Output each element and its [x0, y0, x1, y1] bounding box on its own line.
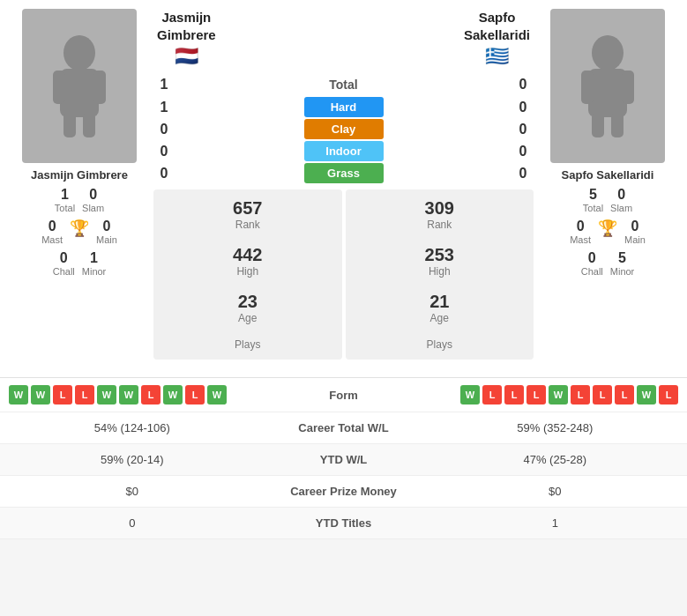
player2-card: Sapfo Sakellaridi 5 Total 0 Slam 0 Mast … — [537, 9, 678, 360]
player2-main-block: 0 Main — [624, 219, 646, 245]
p2-form-badge-3: L — [526, 385, 546, 404]
svg-rect-5 — [83, 113, 95, 137]
player2-slam-label: Slam — [610, 203, 632, 213]
p1-clay-score: 0 — [153, 122, 175, 137]
p1-age-value: 23 — [238, 292, 258, 312]
stats-row-0: 54% (124-106)Career Total W/L59% (352-24… — [0, 412, 687, 444]
player1-chall-block: 0 Chall — [53, 250, 75, 277]
form-row: WWLLWWLWLW Form WLLLWLLLWL — [0, 378, 687, 412]
svg-point-6 — [592, 35, 624, 71]
player2-slam: 0 — [617, 187, 625, 203]
p2-rank-label: Rank — [427, 219, 452, 231]
p1-age-item: 23 Age — [161, 292, 335, 324]
player2-header-name: Sapfo Sakellaridi — [464, 9, 530, 43]
p2-form-badge-8: W — [637, 385, 656, 404]
p2-form-badge-4: W — [549, 385, 568, 404]
player2-photo — [550, 9, 665, 163]
p2-plays-item: Plays — [353, 338, 527, 351]
p1-form-badge-7: W — [163, 385, 183, 404]
total-badge: Total — [304, 74, 384, 95]
player2-header: Sapfo Sakellaridi 🇬🇷 — [464, 9, 530, 68]
score-row-grass: 0 Grass 0 — [153, 163, 534, 183]
player2-stats-panel: 309 Rank 253 High 21 Age Plays — [346, 189, 534, 360]
p1-high-label: High — [236, 265, 258, 278]
p2-form-badge-2: L — [504, 385, 524, 404]
p2-high-value: 253 — [425, 245, 454, 265]
p1-rank-label: Rank — [235, 219, 260, 231]
player1-chall-label: Chall — [53, 266, 75, 277]
hard-badge: Hard — [304, 97, 384, 117]
player1-minor: 1 — [90, 250, 98, 266]
p1-form-badge-8: L — [185, 385, 205, 404]
p1-rank-value: 657 — [233, 198, 262, 219]
grass-badge: Grass — [304, 163, 384, 183]
svg-rect-4 — [63, 113, 76, 137]
p2-rank-item: 309 Rank — [353, 198, 527, 231]
player2-total: 5 — [589, 187, 597, 203]
player2-name: Sapfo Sakellaridi — [562, 168, 654, 182]
form-label: Form — [282, 389, 406, 402]
player2-trophy-block: 🏆 — [598, 219, 617, 245]
stats-row-3-label: YTD Titles — [256, 516, 432, 530]
p2-form-badge-0: W — [460, 385, 480, 404]
p2-age-label: Age — [430, 312, 449, 324]
player2-mast-label: Mast — [570, 234, 591, 245]
p2-age-value: 21 — [429, 292, 449, 312]
player2-chall: 0 — [588, 250, 596, 266]
player1-silhouette — [44, 33, 115, 139]
p1-high-item: 442 High — [161, 245, 335, 278]
player2-row2: 0 Mast 🏆 0 Main — [570, 219, 646, 245]
indoor-badge: Indoor — [304, 141, 384, 161]
stats-row-2-p1: $0 — [9, 485, 256, 498]
player2-chall-label: Chall — [581, 266, 603, 277]
player1-trophy-icon: 🏆 — [70, 219, 89, 238]
player1-flag: 🇳🇱 — [157, 45, 216, 68]
p1-form-badge-6: L — [141, 385, 161, 404]
p1-rank-item: 657 Rank — [161, 198, 335, 231]
p1-grass-score: 0 — [153, 166, 175, 182]
player1-main-block: 0 Main — [96, 219, 117, 245]
player2-main-label: Main — [624, 234, 646, 245]
p1-plays-item: Plays — [161, 338, 335, 351]
svg-rect-11 — [611, 113, 624, 137]
score-rows: 1 Total 0 1 Hard 0 0 — [153, 74, 534, 183]
svg-rect-7 — [588, 69, 627, 117]
player1-mast-block: 0 Mast — [41, 219, 63, 245]
player1-minor-label: Minor — [82, 266, 107, 277]
p2-form-badge-1: L — [482, 385, 502, 404]
p2-high-label: High — [429, 265, 451, 278]
stats-row-3-p2: 1 — [432, 516, 679, 530]
player2-trophy-icon: 🏆 — [598, 219, 617, 238]
player1-main: 0 — [102, 219, 110, 234]
score-row-clay: 0 Clay 0 — [153, 119, 534, 139]
stats-row-2-label: Career Prize Money — [256, 485, 432, 498]
player2-main: 0 — [631, 219, 638, 234]
p2-rank-value: 309 — [425, 198, 454, 219]
p2-form-badge-5: L — [571, 385, 590, 404]
p1-form-badge-3: L — [75, 385, 94, 404]
player2-minor-label: Minor — [610, 266, 635, 277]
player1-row3: 0 Chall 1 Minor — [53, 250, 107, 277]
stats-row-1-label: YTD W/L — [256, 453, 432, 466]
stats-row-2-p2: $0 — [432, 485, 679, 498]
player2-minor-block: 5 Minor — [610, 250, 635, 277]
top-section: Jasmijn Gimbrere 1 Total 0 Slam 0 Mast 🏆 — [0, 0, 687, 368]
clay-label: Clay — [178, 119, 509, 139]
player1-main-label: Main — [96, 234, 117, 245]
svg-rect-3 — [93, 71, 106, 104]
p1-age-label: Age — [238, 312, 257, 324]
player1-total-label: Total — [55, 203, 75, 213]
player1-minor-block: 1 Minor — [82, 250, 107, 277]
p1-high-value: 442 — [233, 245, 262, 265]
stats-row-1-p2: 47% (25-28) — [432, 453, 679, 466]
center-section: Jasmijn Gimbrere 🇳🇱 Sapfo Sakellaridi 🇬🇷 — [153, 9, 534, 360]
player1-card: Jasmijn Gimbrere 1 Total 0 Slam 0 Mast 🏆 — [9, 9, 150, 360]
player1-mast: 0 — [49, 219, 56, 234]
stats-panels: 657 Rank 442 High 23 Age Plays — [153, 189, 534, 360]
p1-form-badge-2: L — [53, 385, 72, 404]
stats-row-0-label: Career Total W/L — [256, 421, 432, 434]
p1-form-badge-0: W — [9, 385, 28, 404]
p2-form: WLLLWLLLWL — [406, 385, 679, 404]
grass-label: Grass — [178, 163, 509, 183]
player1-trophy-block: 🏆 — [70, 219, 89, 245]
